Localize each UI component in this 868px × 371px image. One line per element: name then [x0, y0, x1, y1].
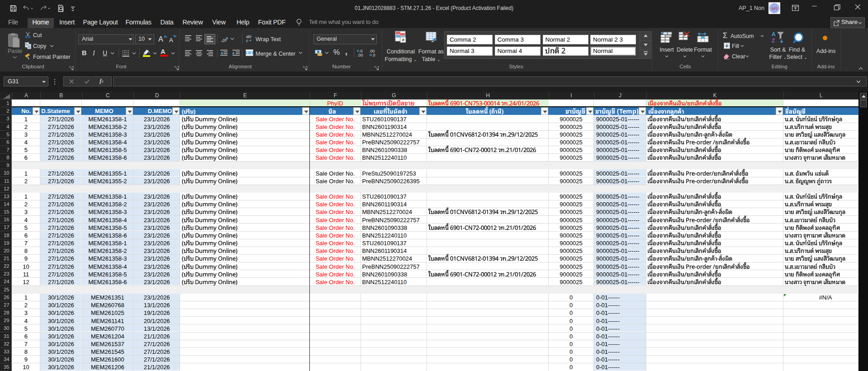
- svg-text:c: c: [246, 38, 248, 43]
- svg-text:AP1: AP1: [771, 7, 778, 11]
- svg-text:.00: .00: [357, 53, 363, 57]
- svg-text:Z: Z: [772, 38, 775, 43]
- svg-text:A: A: [772, 31, 776, 38]
- svg-text:≠: ≠: [402, 37, 404, 43]
